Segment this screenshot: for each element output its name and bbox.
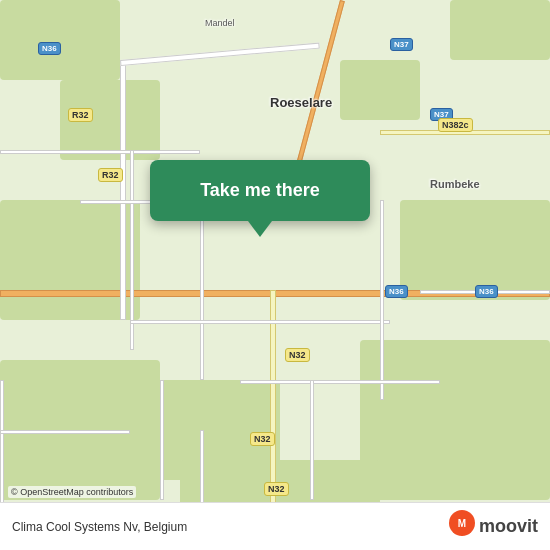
road-label-r32-left: R32 bbox=[68, 108, 93, 122]
moovit-logo: M moovit bbox=[449, 510, 538, 544]
green-area bbox=[340, 60, 420, 120]
app-info: Clima Cool Systems Nv, Belgium bbox=[12, 520, 187, 534]
city-label-rumbeke: Rumbeke bbox=[430, 178, 480, 190]
local-road bbox=[380, 200, 384, 400]
road-label-n32-bottom1: N32 bbox=[285, 348, 310, 362]
moovit-pin-icon: M bbox=[449, 510, 475, 544]
city-label-roeselare: Roeselare bbox=[270, 95, 332, 110]
local-road bbox=[160, 380, 164, 500]
road-label-n36-top: N36 bbox=[38, 42, 61, 55]
local-road bbox=[200, 200, 204, 380]
local-road bbox=[80, 200, 160, 204]
country: Belgium bbox=[144, 520, 187, 534]
app-name: Clima Cool Systems Nv bbox=[12, 520, 137, 534]
road-label-n36-right2: N36 bbox=[475, 285, 498, 298]
svg-text:M: M bbox=[458, 518, 466, 529]
local-road bbox=[130, 320, 390, 324]
road-label-n37-top: N37 bbox=[390, 38, 413, 51]
road-label-n36-right1: N36 bbox=[385, 285, 408, 298]
local-road bbox=[240, 380, 440, 384]
green-area bbox=[0, 200, 140, 320]
map-container: Roeselare Rumbeke Mandel N36 R32 R32 N37… bbox=[0, 0, 550, 550]
road-label-n32-bottom3: N32 bbox=[264, 482, 289, 496]
road-label-n32-bottom2: N32 bbox=[250, 432, 275, 446]
road-label-n382c: N382c bbox=[438, 118, 473, 132]
local-road bbox=[0, 150, 200, 154]
green-area bbox=[0, 0, 120, 80]
road-r32-v bbox=[120, 60, 126, 320]
local-road bbox=[0, 430, 130, 434]
local-road bbox=[310, 380, 314, 500]
green-area bbox=[450, 0, 550, 60]
city-label-mandel: Mandel bbox=[205, 18, 235, 28]
road-label-r32-mid: R32 bbox=[98, 168, 123, 182]
moovit-text: moovit bbox=[479, 516, 538, 537]
take-me-there-button[interactable]: Take me there bbox=[150, 160, 370, 221]
green-area bbox=[360, 340, 550, 500]
tooltip-label: Take me there bbox=[200, 180, 320, 201]
osm-attribution: © OpenStreetMap contributors bbox=[8, 486, 136, 498]
bottom-bar: Clima Cool Systems Nv, Belgium M moovit bbox=[0, 502, 550, 550]
